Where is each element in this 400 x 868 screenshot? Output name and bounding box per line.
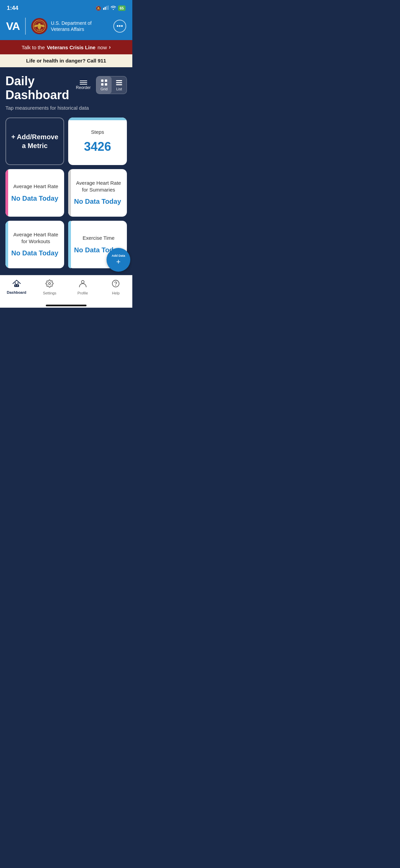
app-header: VA ★★★ U.S. Department of Veterans Affai… <box>0 14 132 40</box>
main-content: Daily Dashboard Reorder <box>0 67 132 275</box>
home-bar <box>46 305 87 306</box>
home-indicator <box>0 302 132 308</box>
exercise-time-card[interactable]: Exercise Time No Data Today Add Data + <box>68 221 127 268</box>
signal-icon <box>103 5 109 11</box>
svg-rect-3 <box>108 5 109 10</box>
svg-point-22 <box>112 280 119 287</box>
reorder-icon <box>80 80 87 85</box>
crisis-banner[interactable]: Talk to the Veterans Crisis Line now › <box>0 40 132 54</box>
question-icon <box>112 279 120 290</box>
avg-heart-rate-summaries-title: Average Heart Rate for Summaries <box>73 180 122 193</box>
status-bar: 1:44 🔕 65 <box>0 0 132 14</box>
svg-rect-2 <box>106 6 107 10</box>
heart-rate-accent <box>5 169 8 217</box>
svg-rect-17 <box>116 84 122 85</box>
va-logo-text: VA <box>6 20 20 33</box>
crisis-text2: now <box>97 44 107 50</box>
logo-divider <box>25 18 26 35</box>
list-label: List <box>116 87 122 91</box>
avg-heart-rate-value: No Data Today <box>10 194 59 203</box>
emergency-banner: Life or health in danger? Call 911 <box>0 54 132 67</box>
nav-dashboard-label: Dashboard <box>7 290 26 294</box>
nav-dashboard[interactable]: Dashboard <box>6 279 27 295</box>
view-toggle: Grid List <box>96 76 127 94</box>
grid-label: Grid <box>100 87 108 91</box>
avg-heart-rate-card[interactable]: Average Heart Rate No Data Today <box>5 169 64 217</box>
metrics-grid: + Add/Remove a Metric Steps 3426 Average… <box>5 117 127 268</box>
exercise-accent <box>68 221 71 268</box>
dashboard-title-block: Daily Dashboard <box>5 74 69 102</box>
va-logo-group: VA ★★★ U.S. Department of Veterans Affai… <box>6 18 95 35</box>
dashboard-subtitle: Tap measurements for historical data <box>5 105 127 111</box>
workouts-accent <box>5 221 8 268</box>
add-data-fab-container: Add Data + <box>107 248 130 272</box>
battery-level: 65 <box>118 5 126 11</box>
avg-heart-rate-workouts-card[interactable]: Average Heart Rate for Workouts No Data … <box>5 221 64 268</box>
emergency-text: Life or health in danger? Call 911 <box>26 58 106 64</box>
dashboard-header: Daily Dashboard Reorder <box>5 74 127 102</box>
crisis-arrow-icon: › <box>109 44 111 50</box>
svg-rect-0 <box>103 8 104 10</box>
add-data-button[interactable]: Add Data + <box>107 248 130 272</box>
dashboard-controls: Reorder Grid <box>75 74 127 94</box>
svg-point-21 <box>81 281 84 283</box>
svg-rect-11 <box>101 79 103 82</box>
reorder-label: Reorder <box>76 85 91 90</box>
nav-help[interactable]: Help <box>106 279 126 295</box>
steps-title: Steps <box>73 129 122 135</box>
controls-row: Reorder Grid <box>75 76 127 94</box>
person-icon <box>79 279 87 290</box>
dashboard-icon <box>13 279 21 289</box>
summaries-accent <box>68 169 71 217</box>
crisis-text: Talk to the <box>22 44 45 50</box>
svg-rect-13 <box>101 83 103 86</box>
grid-view-button[interactable]: Grid <box>96 76 112 94</box>
svg-rect-14 <box>105 83 107 86</box>
dept-name: U.S. Department of Veterans Affairs <box>51 20 95 32</box>
status-icons: 🔕 65 <box>96 5 126 11</box>
svg-point-9 <box>38 23 41 26</box>
avg-heart-rate-summaries-card[interactable]: Average Heart Rate for Summaries No Data… <box>68 169 127 217</box>
reorder-button[interactable]: Reorder <box>75 79 92 91</box>
nav-settings[interactable]: Settings <box>39 279 60 295</box>
menu-button[interactable]: ••• <box>113 20 126 33</box>
gear-icon <box>45 279 54 290</box>
nav-profile[interactable]: Profile <box>73 279 93 295</box>
exercise-time-title: Exercise Time <box>73 235 122 241</box>
fab-label: Add Data <box>112 254 125 257</box>
avg-heart-rate-workouts-title: Average Heart Rate for Workouts <box>10 231 59 245</box>
svg-point-20 <box>49 283 51 285</box>
bottom-nav: Dashboard Settings Profile Help <box>0 275 132 302</box>
wifi-icon <box>111 6 116 11</box>
svg-rect-1 <box>104 7 106 10</box>
add-icon: + <box>116 258 121 266</box>
steps-value: 3426 <box>73 140 122 154</box>
avg-heart-rate-workouts-value: No Data Today <box>10 249 59 257</box>
svg-rect-12 <box>105 79 107 82</box>
nav-profile-label: Profile <box>77 291 88 295</box>
bell-slash-icon: 🔕 <box>96 6 101 11</box>
nav-settings-label: Settings <box>43 291 56 295</box>
list-icon <box>116 79 122 86</box>
add-metric-label: + Add/Remove a Metric <box>11 132 59 150</box>
steps-card[interactable]: Steps 3426 <box>68 117 127 165</box>
ellipsis-icon: ••• <box>117 23 123 30</box>
avg-heart-rate-summaries-value: No Data Today <box>73 197 122 206</box>
svg-text:★★★: ★★★ <box>37 29 42 31</box>
crisis-line-link[interactable]: Veterans Crisis Line <box>47 44 95 50</box>
avg-heart-rate-title: Average Heart Rate <box>10 183 59 190</box>
list-view-button[interactable]: List <box>112 76 127 94</box>
status-time: 1:44 <box>7 5 18 12</box>
va-seal: ★★★ <box>31 18 47 34</box>
steps-accent <box>68 117 127 120</box>
svg-rect-15 <box>116 80 122 81</box>
svg-rect-16 <box>116 82 122 83</box>
grid-icon <box>101 79 108 86</box>
nav-help-label: Help <box>112 291 120 295</box>
add-metric-card[interactable]: + Add/Remove a Metric <box>5 117 64 165</box>
page-title: Daily Dashboard <box>5 74 69 102</box>
